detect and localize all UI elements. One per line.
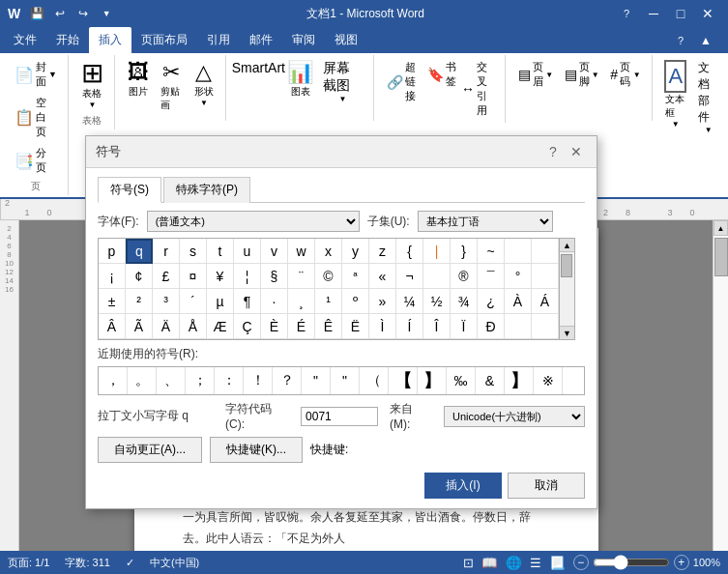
sym-cedil[interactable]: ¸ — [288, 289, 315, 314]
sym-r[interactable]: r — [153, 239, 180, 264]
sym-igrave[interactable]: Ì — [369, 314, 396, 339]
sym-pound[interactable]: £ — [153, 264, 180, 289]
recent-lparen[interactable]: （ — [360, 367, 389, 394]
dialog-help-btn[interactable]: ? — [542, 142, 564, 161]
sym-eacute[interactable]: É — [288, 314, 315, 339]
sym-lbrace[interactable]: { — [396, 239, 423, 264]
recent-lquote[interactable]: " — [302, 367, 331, 394]
char-code-input[interactable] — [301, 407, 378, 426]
sym-aacute[interactable]: Á — [532, 289, 559, 314]
symbol-scroll-down[interactable]: ▼ — [560, 326, 574, 339]
docparts-btn[interactable]: 文档部件▼ — [693, 57, 724, 137]
sym-sup2[interactable]: ² — [126, 289, 153, 314]
tab-view[interactable]: 视图 — [325, 27, 367, 53]
scroll-up-btn[interactable]: ▲ — [713, 220, 728, 236]
insert-btn[interactable]: 插入(I) — [424, 473, 502, 499]
recent-rbracket[interactable]: 】 — [418, 367, 447, 394]
sym-x[interactable]: x — [315, 239, 342, 264]
recent-question[interactable]: ？ — [273, 367, 302, 394]
sym-sect[interactable]: § — [261, 264, 288, 289]
header-btn[interactable]: ▤ 页眉▼ — [513, 57, 558, 92]
recent-ampersand[interactable]: & — [476, 367, 505, 394]
recent-pause[interactable]: 、 — [157, 367, 186, 394]
sym-q[interactable]: q — [126, 239, 153, 264]
sym-empty2[interactable] — [532, 264, 559, 289]
zoom-slider[interactable] — [593, 557, 670, 568]
sym-agrave[interactable]: À — [505, 289, 532, 314]
ribbon-minimize-btn[interactable]: ▲ — [695, 30, 716, 51]
hyperlink-btn[interactable]: 🔗 超链接 — [382, 57, 421, 106]
cancel-btn[interactable]: 取消 — [508, 473, 585, 499]
recent-comma[interactable]: ， — [99, 367, 128, 394]
draft-btn[interactable]: 📃 — [549, 556, 566, 570]
sym-eth[interactable]: Ð — [478, 314, 505, 339]
recent-colon[interactable]: ： — [215, 367, 244, 394]
sym-currency[interactable]: ¤ — [180, 264, 207, 289]
sym-copy[interactable]: © — [315, 264, 342, 289]
sym-aring[interactable]: Å — [180, 314, 207, 339]
symbol-scroll-track[interactable] — [560, 252, 574, 326]
sym-plusmn[interactable]: ± — [99, 289, 126, 314]
from-select[interactable]: Unicode(十六进制) — [444, 406, 585, 427]
print-layout-btn[interactable]: ⊡ — [463, 556, 474, 570]
sym-ccedil[interactable]: Ç — [234, 314, 261, 339]
sym-tilde[interactable]: ~ — [478, 239, 505, 264]
sym-frac12[interactable]: ½ — [423, 289, 451, 314]
sym-iuml[interactable]: Ï — [451, 314, 478, 339]
sym-ecirc[interactable]: Ê — [315, 314, 342, 339]
sym-u[interactable]: u — [234, 239, 261, 264]
close-btn[interactable]: ✕ — [695, 4, 720, 23]
sym-yen[interactable]: ¥ — [207, 264, 234, 289]
recent-lbracket[interactable]: 【 — [389, 367, 418, 394]
sym-w[interactable]: w — [288, 239, 315, 264]
sym-auml[interactable]: Ä — [153, 314, 180, 339]
sym-micro[interactable]: µ — [207, 289, 234, 314]
tab-references[interactable]: 引用 — [197, 27, 240, 53]
redo-quick-btn[interactable]: ↪ — [73, 3, 94, 24]
sym-v[interactable]: v — [261, 239, 288, 264]
tab-special-chars[interactable]: 特殊字符(P) — [163, 177, 250, 203]
restore-btn[interactable]: □ — [668, 4, 693, 23]
tab-review[interactable]: 审阅 — [282, 27, 325, 53]
outline-btn[interactable]: ☰ — [530, 556, 541, 570]
chart-btn[interactable]: 📊 图表 — [285, 57, 316, 101]
sym-frac14[interactable]: ¼ — [396, 289, 423, 314]
smartart-btn[interactable]: SmartArt — [234, 57, 283, 78]
shortcut-key-btn[interactable]: 快捷键(K)... — [210, 437, 303, 463]
sym-shy[interactable]: ­ — [423, 264, 451, 289]
recent-rbracket2[interactable]: 】 — [505, 367, 534, 394]
sym-pipe[interactable]: | — [423, 239, 451, 264]
web-layout-btn[interactable]: 🌐 — [506, 556, 522, 570]
sym-atilde[interactable]: Ã — [126, 314, 153, 339]
tab-home[interactable]: 开始 — [46, 27, 89, 53]
sym-cent[interactable]: ¢ — [126, 264, 153, 289]
recent-rquote[interactable]: " — [331, 367, 360, 394]
tab-layout[interactable]: 页面布局 — [131, 27, 197, 53]
sym-egrave[interactable]: È — [261, 314, 288, 339]
sym-s[interactable]: s — [180, 239, 207, 264]
sym-acirc[interactable]: Â — [99, 314, 126, 339]
sym-raquo[interactable]: » — [369, 289, 396, 314]
full-reading-btn[interactable]: 📖 — [481, 556, 498, 570]
crossref-btn[interactable]: ↔ 交叉引用 — [456, 57, 499, 121]
sym-t[interactable]: t — [207, 239, 234, 264]
minimize-btn[interactable]: ─ — [641, 4, 666, 23]
page-break-btn[interactable]: 📑 分页 — [10, 143, 62, 178]
sym-sup3[interactable]: ³ — [153, 289, 180, 314]
sym-acute[interactable]: ´ — [180, 289, 207, 314]
tab-mailings[interactable]: 邮件 — [240, 27, 282, 53]
sym-empty4b[interactable] — [532, 314, 559, 339]
sym-iexcl[interactable]: ¡ — [99, 264, 126, 289]
sym-ordf[interactable]: ª — [342, 264, 369, 289]
sym-p[interactable]: p — [99, 239, 126, 264]
footer-btn[interactable]: ▤ 页脚▼ — [560, 57, 604, 92]
sym-brvbar[interactable]: ¦ — [234, 264, 261, 289]
sym-para[interactable]: ¶ — [234, 289, 261, 314]
undo-quick-btn[interactable]: ↩ — [49, 3, 71, 24]
textbox-btn[interactable]: A 文本框▼ — [660, 57, 691, 131]
recent-period[interactable]: 。 — [128, 367, 157, 394]
zoom-out-btn[interactable]: − — [573, 555, 589, 570]
sym-middot[interactable]: · — [261, 289, 288, 314]
tab-insert[interactable]: 插入 — [89, 27, 131, 53]
sym-euml[interactable]: Ë — [342, 314, 369, 339]
